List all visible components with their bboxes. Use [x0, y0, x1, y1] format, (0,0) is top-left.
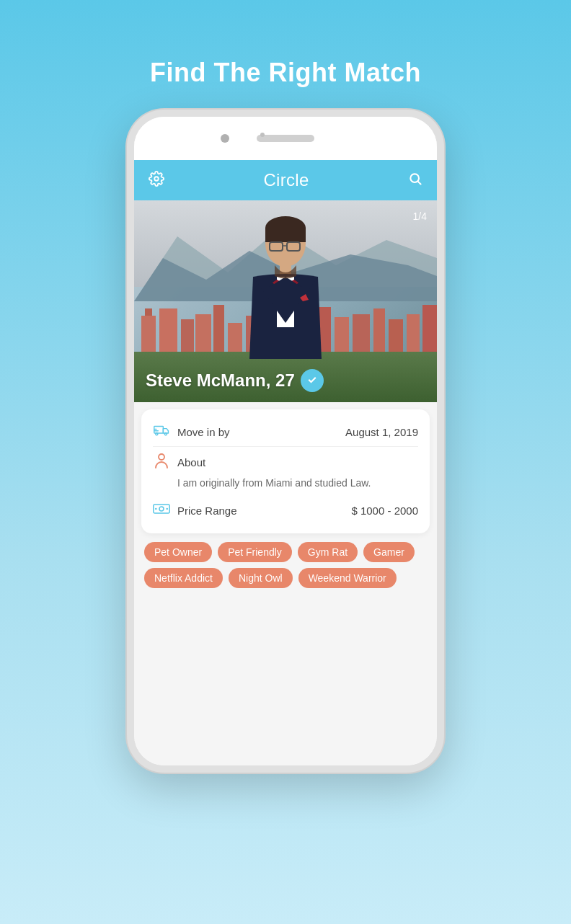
svg-rect-21 [407, 314, 420, 352]
phone-frame: Circle [127, 110, 444, 773]
svg-rect-25 [265, 228, 306, 242]
price-row: Price Range $ 1000 - 2000 [153, 497, 418, 525]
profile-image: 1/4 Steve McMann, 27 [134, 200, 437, 402]
tag-gamer[interactable]: Gamer [363, 542, 415, 562]
settings-icon[interactable] [149, 171, 164, 190]
verified-badge [301, 369, 324, 392]
side-panel-left [0, 0, 58, 924]
tag-pet-owner[interactable]: Pet Owner [144, 542, 212, 562]
price-label: Price Range [177, 505, 237, 517]
svg-rect-9 [195, 314, 211, 352]
tag-pet-friendly[interactable]: Pet Friendly [218, 542, 292, 562]
phone-top-bar [134, 117, 437, 160]
about-header: About [153, 453, 418, 472]
phone-speaker [257, 135, 314, 142]
svg-point-33 [164, 433, 167, 435]
tag-weekend-warrior[interactable]: Weekend Warrior [298, 568, 397, 588]
move-in-row: Move in by August 1, 2019 [153, 418, 418, 446]
svg-rect-22 [422, 305, 437, 352]
page-title: Find The Right Match [150, 58, 421, 88]
svg-point-0 [154, 177, 159, 181]
svg-rect-20 [389, 319, 403, 352]
svg-point-37 [159, 507, 164, 511]
photo-counter: 1/4 [413, 210, 427, 222]
move-in-left: Move in by [153, 424, 230, 440]
move-in-date: August 1, 2019 [345, 426, 418, 438]
about-label: About [177, 456, 205, 468]
tags-row-2: Netflix Addict Night Owl Weekend Warrior [144, 568, 427, 588]
svg-rect-7 [159, 308, 177, 352]
tag-night-owl[interactable]: Night Owl [229, 568, 293, 588]
price-left: Price Range [153, 502, 237, 519]
phone-camera [221, 134, 229, 143]
phone-dot [260, 133, 265, 137]
info-card: Move in by August 1, 2019 About I am ori… [141, 409, 430, 533]
phone-screen: Circle [134, 160, 437, 765]
tags-row-1: Pet Owner Pet Friendly Gym Rat Gamer [144, 542, 427, 562]
svg-rect-19 [373, 308, 385, 352]
money-icon [153, 502, 170, 519]
svg-rect-5 [141, 316, 156, 352]
svg-rect-6 [145, 308, 152, 316]
price-value: $ 1000 - 2000 [351, 505, 418, 517]
tag-gym-rat[interactable]: Gym Rat [298, 542, 358, 562]
app-name: Circle [263, 170, 309, 190]
app-header: Circle [134, 160, 437, 200]
search-icon[interactable] [408, 172, 422, 190]
move-in-label: Move in by [177, 426, 230, 438]
profile-name: Steve McMann, 27 [146, 370, 295, 391]
tag-netflix-addict[interactable]: Netflix Addict [144, 568, 223, 588]
about-section: About I am originally from Miami and stu… [153, 446, 418, 497]
svg-rect-31 [154, 427, 164, 433]
beard [264, 265, 307, 280]
person-icon [153, 453, 170, 472]
svg-line-2 [418, 181, 421, 184]
svg-rect-8 [181, 319, 194, 352]
about-text: I am originally from Miami and studied L… [153, 477, 371, 489]
svg-point-32 [156, 433, 158, 435]
side-panel-right [513, 0, 571, 924]
truck-icon [153, 424, 170, 440]
profile-name-bar: Steve McMann, 27 [146, 369, 324, 392]
tags-section: Pet Owner Pet Friendly Gym Rat Gamer Net… [134, 538, 437, 601]
